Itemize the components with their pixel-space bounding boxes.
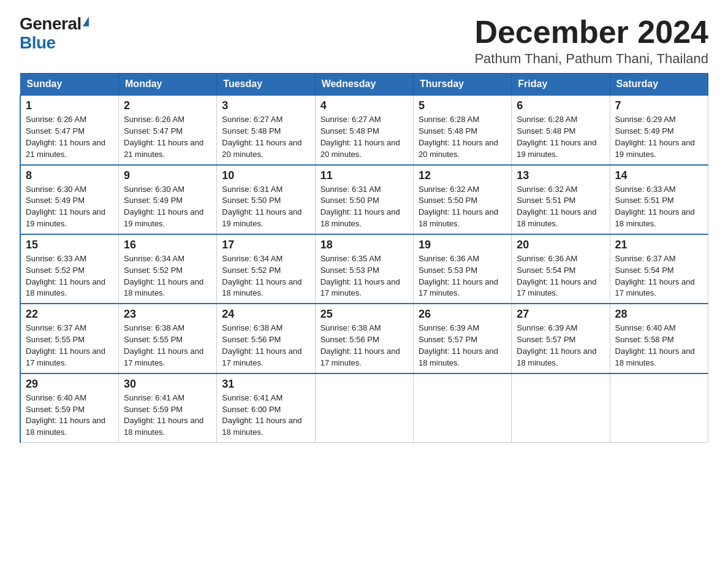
day-info: Sunrise: 6:27 AMSunset: 5:48 PMDaylight:… xyxy=(222,114,309,160)
day-info: Sunrise: 6:39 AMSunset: 5:57 PMDaylight:… xyxy=(419,323,506,369)
calendar-day-cell: 22Sunrise: 6:37 AMSunset: 5:55 PMDayligh… xyxy=(20,304,119,373)
calendar-day-cell xyxy=(512,373,610,443)
day-number: 18 xyxy=(320,239,408,251)
calendar-day-cell: 13Sunrise: 6:32 AMSunset: 5:51 PMDayligh… xyxy=(512,165,610,234)
day-number: 6 xyxy=(517,99,604,112)
calendar-day-cell: 1Sunrise: 6:26 AMSunset: 5:47 PMDaylight… xyxy=(20,95,119,164)
day-number: 24 xyxy=(222,308,309,321)
day-info: Sunrise: 6:33 AMSunset: 5:52 PMDaylight:… xyxy=(26,253,113,299)
page-header: General Blue December 2024 Pathum Thani,… xyxy=(20,15,708,67)
calendar-day-cell: 29Sunrise: 6:40 AMSunset: 5:59 PMDayligh… xyxy=(20,373,119,443)
calendar-day-cell: 6Sunrise: 6:28 AMSunset: 5:48 PMDaylight… xyxy=(512,95,610,164)
day-number: 14 xyxy=(615,169,703,182)
calendar-day-cell: 7Sunrise: 6:29 AMSunset: 5:49 PMDaylight… xyxy=(610,95,708,164)
day-info: Sunrise: 6:30 AMSunset: 5:49 PMDaylight:… xyxy=(124,184,211,230)
calendar-day-cell: 26Sunrise: 6:39 AMSunset: 5:57 PMDayligh… xyxy=(413,304,511,373)
day-number: 10 xyxy=(222,169,309,182)
day-info: Sunrise: 6:40 AMSunset: 5:58 PMDaylight:… xyxy=(615,323,703,369)
calendar-day-cell: 19Sunrise: 6:36 AMSunset: 5:53 PMDayligh… xyxy=(413,234,511,304)
calendar-day-cell xyxy=(315,373,413,443)
day-info: Sunrise: 6:31 AMSunset: 5:50 PMDaylight:… xyxy=(320,184,408,230)
day-number: 26 xyxy=(419,308,506,321)
day-info: Sunrise: 6:35 AMSunset: 5:53 PMDaylight:… xyxy=(320,253,408,299)
day-info: Sunrise: 6:36 AMSunset: 5:53 PMDaylight:… xyxy=(419,253,506,299)
calendar-day-cell: 23Sunrise: 6:38 AMSunset: 5:55 PMDayligh… xyxy=(119,304,217,373)
calendar-day-cell xyxy=(413,373,511,443)
calendar-day-cell: 24Sunrise: 6:38 AMSunset: 5:56 PMDayligh… xyxy=(217,304,315,373)
calendar-week-row: 8Sunrise: 6:30 AMSunset: 5:49 PMDaylight… xyxy=(20,165,708,234)
calendar-day-cell: 17Sunrise: 6:34 AMSunset: 5:52 PMDayligh… xyxy=(217,234,315,304)
day-number: 17 xyxy=(222,239,309,251)
calendar-day-cell: 9Sunrise: 6:30 AMSunset: 5:49 PMDaylight… xyxy=(119,165,217,234)
day-info: Sunrise: 6:39 AMSunset: 5:57 PMDaylight:… xyxy=(517,323,604,369)
day-info: Sunrise: 6:38 AMSunset: 5:55 PMDaylight:… xyxy=(124,323,211,369)
day-number: 16 xyxy=(124,239,211,251)
calendar-header-wednesday: Wednesday xyxy=(315,74,413,96)
day-info: Sunrise: 6:34 AMSunset: 5:52 PMDaylight:… xyxy=(222,253,309,299)
day-number: 2 xyxy=(124,99,211,112)
calendar-header-tuesday: Tuesday xyxy=(217,74,315,96)
day-number: 29 xyxy=(26,378,113,391)
day-number: 22 xyxy=(26,308,113,321)
calendar-day-cell: 10Sunrise: 6:31 AMSunset: 5:50 PMDayligh… xyxy=(217,165,315,234)
day-number: 3 xyxy=(222,99,309,112)
calendar-day-cell: 3Sunrise: 6:27 AMSunset: 5:48 PMDaylight… xyxy=(217,95,315,164)
day-info: Sunrise: 6:29 AMSunset: 5:49 PMDaylight:… xyxy=(615,114,703,160)
calendar-day-cell: 21Sunrise: 6:37 AMSunset: 5:54 PMDayligh… xyxy=(610,234,708,304)
calendar-header-friday: Friday xyxy=(512,74,610,96)
logo: General Blue xyxy=(20,15,89,53)
day-info: Sunrise: 6:37 AMSunset: 5:54 PMDaylight:… xyxy=(615,253,703,299)
calendar-day-cell xyxy=(610,373,708,443)
day-number: 4 xyxy=(320,99,408,112)
day-number: 25 xyxy=(320,308,408,321)
calendar-header-monday: Monday xyxy=(119,74,217,96)
title-block: December 2024 Pathum Thani, Pathum Thani… xyxy=(474,15,708,67)
month-title: December 2024 xyxy=(474,15,708,50)
calendar-day-cell: 18Sunrise: 6:35 AMSunset: 5:53 PMDayligh… xyxy=(315,234,413,304)
day-number: 12 xyxy=(419,169,506,182)
day-info: Sunrise: 6:41 AMSunset: 5:59 PMDaylight:… xyxy=(124,393,211,439)
calendar-week-row: 15Sunrise: 6:33 AMSunset: 5:52 PMDayligh… xyxy=(20,234,708,304)
calendar-day-cell: 16Sunrise: 6:34 AMSunset: 5:52 PMDayligh… xyxy=(119,234,217,304)
day-info: Sunrise: 6:31 AMSunset: 5:50 PMDaylight:… xyxy=(222,184,309,230)
calendar-header-sunday: Sunday xyxy=(20,74,119,96)
day-number: 15 xyxy=(26,239,113,251)
calendar-table: SundayMondayTuesdayWednesdayThursdayFrid… xyxy=(20,73,708,443)
calendar-day-cell: 28Sunrise: 6:40 AMSunset: 5:58 PMDayligh… xyxy=(610,304,708,373)
day-info: Sunrise: 6:28 AMSunset: 5:48 PMDaylight:… xyxy=(419,114,506,160)
day-info: Sunrise: 6:40 AMSunset: 5:59 PMDaylight:… xyxy=(26,393,113,439)
day-info: Sunrise: 6:26 AMSunset: 5:47 PMDaylight:… xyxy=(124,114,211,160)
calendar-day-cell: 14Sunrise: 6:33 AMSunset: 5:51 PMDayligh… xyxy=(610,165,708,234)
day-number: 9 xyxy=(124,169,211,182)
day-number: 21 xyxy=(615,239,703,251)
day-info: Sunrise: 6:26 AMSunset: 5:47 PMDaylight:… xyxy=(26,114,113,160)
calendar-week-row: 29Sunrise: 6:40 AMSunset: 5:59 PMDayligh… xyxy=(20,373,708,443)
day-info: Sunrise: 6:28 AMSunset: 5:48 PMDaylight:… xyxy=(517,114,604,160)
day-info: Sunrise: 6:41 AMSunset: 6:00 PMDaylight:… xyxy=(222,393,309,439)
day-info: Sunrise: 6:30 AMSunset: 5:49 PMDaylight:… xyxy=(26,184,113,230)
day-info: Sunrise: 6:38 AMSunset: 5:56 PMDaylight:… xyxy=(320,323,408,369)
day-number: 7 xyxy=(615,99,703,112)
calendar-day-cell: 2Sunrise: 6:26 AMSunset: 5:47 PMDaylight… xyxy=(119,95,217,164)
day-number: 13 xyxy=(517,169,604,182)
day-number: 27 xyxy=(517,308,604,321)
calendar-day-cell: 11Sunrise: 6:31 AMSunset: 5:50 PMDayligh… xyxy=(315,165,413,234)
calendar-day-cell: 30Sunrise: 6:41 AMSunset: 5:59 PMDayligh… xyxy=(119,373,217,443)
calendar-day-cell: 31Sunrise: 6:41 AMSunset: 6:00 PMDayligh… xyxy=(217,373,315,443)
calendar-day-cell: 12Sunrise: 6:32 AMSunset: 5:50 PMDayligh… xyxy=(413,165,511,234)
logo-triangle-icon xyxy=(83,17,89,26)
day-number: 30 xyxy=(124,378,211,391)
calendar-day-cell: 25Sunrise: 6:38 AMSunset: 5:56 PMDayligh… xyxy=(315,304,413,373)
day-info: Sunrise: 6:33 AMSunset: 5:51 PMDaylight:… xyxy=(615,184,703,230)
day-number: 1 xyxy=(26,99,113,112)
calendar-day-cell: 15Sunrise: 6:33 AMSunset: 5:52 PMDayligh… xyxy=(20,234,119,304)
calendar-header-thursday: Thursday xyxy=(413,74,511,96)
day-number: 11 xyxy=(320,169,408,182)
location-subtitle: Pathum Thani, Pathum Thani, Thailand xyxy=(474,51,708,67)
calendar-day-cell: 27Sunrise: 6:39 AMSunset: 5:57 PMDayligh… xyxy=(512,304,610,373)
calendar-header-saturday: Saturday xyxy=(610,74,708,96)
day-number: 28 xyxy=(615,308,703,321)
calendar-day-cell: 8Sunrise: 6:30 AMSunset: 5:49 PMDaylight… xyxy=(20,165,119,234)
day-info: Sunrise: 6:36 AMSunset: 5:54 PMDaylight:… xyxy=(517,253,604,299)
day-info: Sunrise: 6:34 AMSunset: 5:52 PMDaylight:… xyxy=(124,253,211,299)
